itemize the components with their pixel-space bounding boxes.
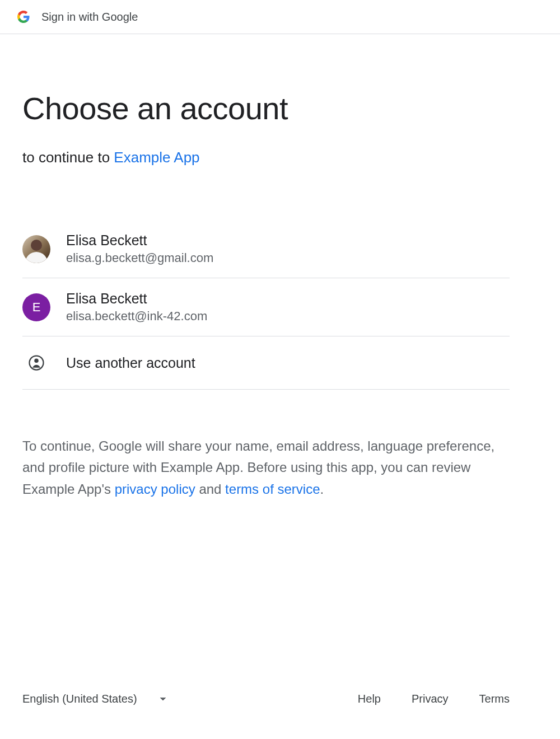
person-icon-wrapper [22,354,50,371]
use-another-account-row[interactable]: Use another account [22,336,510,390]
privacy-link[interactable]: Privacy [412,693,449,705]
dropdown-icon [160,697,166,701]
footer: English (United States) Help Privacy Ter… [22,693,510,705]
terms-link[interactable]: Terms [479,693,510,705]
disclosure-part2: and [195,481,225,497]
account-name: Elisa Beckett [66,291,207,307]
privacy-policy-link[interactable]: privacy policy [115,481,195,497]
account-row-0[interactable]: Elisa Beckett elisa.g.beckett@gmail.com [22,220,510,278]
help-link[interactable]: Help [358,693,381,705]
header-bar: Sign in with Google [0,0,560,34]
account-email: elisa.g.beckett@gmail.com [66,251,213,265]
disclosure-text: To continue, Google will share your name… [22,436,510,500]
account-info: Elisa Beckett elisa.g.beckett@gmail.com [66,232,213,265]
svg-point-1 [34,359,39,363]
terms-of-service-link[interactable]: terms of service [225,481,320,497]
use-another-account-label: Use another account [66,355,195,371]
language-selector[interactable]: English (United States) [22,693,166,705]
page-heading: Choose an account [22,90,538,127]
header-title: Sign in with Google [41,11,138,24]
google-logo-icon [17,10,30,24]
language-label: English (United States) [22,693,137,705]
avatar-letter: E [22,293,50,321]
account-row-1[interactable]: E Elisa Beckett elisa.beckett@ink-42.com [22,278,510,336]
person-circle-icon [28,354,45,371]
footer-links: Help Privacy Terms [358,693,510,705]
app-name-link[interactable]: Example App [114,149,199,166]
account-name: Elisa Beckett [66,232,213,249]
account-info: Elisa Beckett elisa.beckett@ink-42.com [66,291,207,324]
page-subheading: to continue to Example App [22,149,538,166]
disclosure-part3: . [320,481,324,497]
main-content: Choose an account to continue to Example… [0,34,560,522]
account-list: Elisa Beckett elisa.g.beckett@gmail.com … [22,220,510,390]
continue-prefix: to continue to [22,149,114,166]
avatar-photo [22,235,50,263]
account-email: elisa.beckett@ink-42.com [66,309,207,324]
